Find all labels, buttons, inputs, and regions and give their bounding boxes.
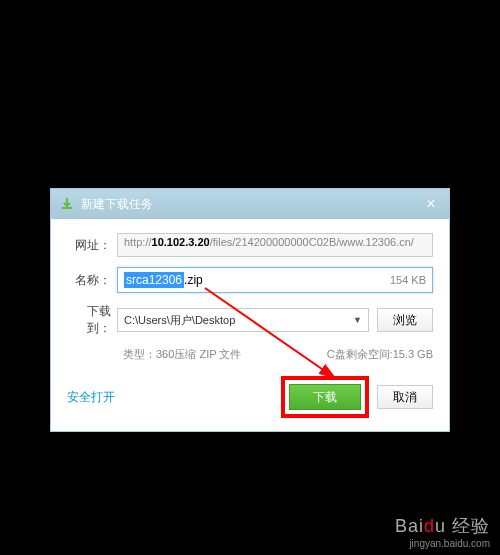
dialog-title: 新建下载任务 bbox=[81, 196, 153, 213]
url-path: /files/214200000000C02B/www.12306.cn/ bbox=[210, 236, 414, 248]
highlight-annotation: 下载 bbox=[281, 376, 369, 418]
file-size: 154 KB bbox=[390, 274, 426, 286]
filename-ext: .zip bbox=[184, 273, 203, 287]
browse-button[interactable]: 浏览 bbox=[377, 308, 433, 332]
close-icon[interactable]: × bbox=[421, 195, 441, 213]
filename-selected: srca12306 bbox=[124, 272, 184, 288]
meta-row: 类型：360压缩 ZIP 文件 C盘剩余空间:15.3 GB bbox=[123, 347, 433, 362]
download-icon bbox=[59, 196, 75, 212]
safe-open-link[interactable]: 安全打开 bbox=[67, 389, 115, 406]
download-dialog: 新建下载任务 × 网址： http://10.102.3.20/files/21… bbox=[50, 188, 450, 432]
name-label: 名称： bbox=[67, 272, 117, 289]
path-label: 下载到： bbox=[67, 303, 117, 337]
url-host: 10.102.3.20 bbox=[152, 236, 210, 248]
disk-space: C盘剩余空间:15.3 GB bbox=[327, 347, 433, 362]
url-row: 网址： http://10.102.3.20/files/21420000000… bbox=[67, 233, 433, 257]
url-label: 网址： bbox=[67, 237, 117, 254]
name-row: 名称： srca12306.zip 154 KB bbox=[67, 267, 433, 293]
cancel-button[interactable]: 取消 bbox=[377, 385, 433, 409]
filename-input[interactable]: srca12306.zip 154 KB bbox=[117, 267, 433, 293]
watermark: Baidu 经验 jingyan.baidu.com bbox=[395, 514, 490, 549]
path-input[interactable]: C:\Users\用户\Desktop ▼ bbox=[117, 308, 369, 332]
url-input[interactable]: http://10.102.3.20/files/214200000000C02… bbox=[117, 233, 433, 257]
chevron-down-icon[interactable]: ▼ bbox=[353, 315, 362, 325]
file-type: 类型：360压缩 ZIP 文件 bbox=[123, 347, 241, 362]
watermark-url: jingyan.baidu.com bbox=[395, 538, 490, 549]
dialog-body: 网址： http://10.102.3.20/files/21420000000… bbox=[51, 219, 449, 430]
dialog-titlebar[interactable]: 新建下载任务 × bbox=[51, 189, 449, 219]
path-row: 下载到： C:\Users\用户\Desktop ▼ 浏览 bbox=[67, 303, 433, 337]
path-value: C:\Users\用户\Desktop bbox=[124, 313, 235, 328]
url-prefix: http:// bbox=[124, 236, 152, 248]
watermark-logo: Baidu 经验 bbox=[395, 514, 490, 538]
download-button[interactable]: 下载 bbox=[289, 384, 361, 410]
footer-row: 安全打开 下载 取消 bbox=[67, 376, 433, 418]
